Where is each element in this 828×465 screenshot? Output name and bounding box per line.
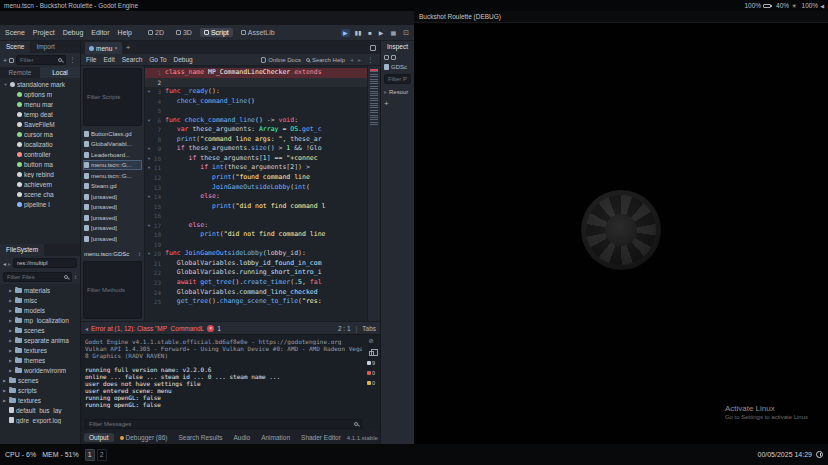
- menu-scene[interactable]: Scene: [5, 29, 25, 36]
- menu-editor[interactable]: Editor: [91, 29, 109, 36]
- code-line[interactable]: 23 await get_tree().create_timer(.5, fal: [145, 278, 380, 288]
- code-line[interactable]: ▼10 if these_arguments[1] == "+connec: [145, 154, 380, 164]
- code-line[interactable]: 7 var these_arguments: Array = OS.get_c: [145, 125, 380, 135]
- bottom-tab-debugger-86-[interactable]: Debugger (86): [115, 433, 173, 442]
- code-line[interactable]: 13 JoinGameOutsideLobby(int(: [145, 183, 380, 193]
- scene-filter[interactable]: [16, 55, 66, 65]
- distraction-free-icon[interactable]: ⊡: [403, 29, 409, 37]
- code-line[interactable]: ▼14 else:: [145, 192, 380, 202]
- close-icon[interactable]: ×: [114, 45, 118, 51]
- menu-debug[interactable]: Debug: [63, 29, 84, 36]
- load-resource-icon[interactable]: [391, 55, 396, 60]
- code-line[interactable]: ▼3func _ready():: [145, 87, 380, 97]
- code-line[interactable]: 24 GlobalVariables.command_line_checked: [145, 288, 380, 298]
- bottom-tab-audio[interactable]: Audio: [229, 433, 256, 442]
- scene-node[interactable]: achievem: [0, 179, 80, 189]
- script-list-item[interactable]: [unsaved]: [83, 202, 142, 213]
- script-filter[interactable]: [83, 68, 142, 126]
- fs-folder-row[interactable]: ▶materials: [0, 285, 80, 295]
- script-list-item[interactable]: Leaderboard...: [83, 149, 142, 160]
- scene-node[interactable]: temp deat: [0, 109, 80, 119]
- script-menu-debug[interactable]: Debug: [174, 56, 193, 63]
- fold-arrow-icon[interactable]: ▼: [145, 116, 153, 126]
- history-forward-icon[interactable]: ▸: [358, 56, 361, 63]
- fs-folder-row[interactable]: ▶separate anima: [0, 335, 80, 345]
- dock-tab-filesystem[interactable]: FileSystem: [0, 244, 44, 256]
- script-list-item[interactable]: menu.tscn::G...: [83, 170, 142, 181]
- code-line[interactable]: 21 GlobalVariables.lobby_id_found_in_com: [145, 259, 380, 269]
- fs-folder-row[interactable]: ▶misc: [0, 295, 80, 305]
- history-back-icon[interactable]: ◂: [350, 56, 353, 63]
- scene-filter-input[interactable]: [20, 57, 56, 63]
- bottom-tab-animation[interactable]: Animation: [256, 433, 295, 442]
- dock-tab-inspector[interactable]: Inspect: [381, 41, 414, 53]
- kebab-menu-icon[interactable]: ⋮: [68, 56, 77, 64]
- property-filter-input[interactable]: [388, 76, 407, 82]
- message-count-toggle[interactable]: 9: [367, 360, 375, 366]
- code-line[interactable]: 22 GlobalVariables.running_short_intro_i: [145, 268, 380, 278]
- mode-tab-local[interactable]: Local: [40, 67, 80, 78]
- message-filter-input[interactable]: [89, 421, 352, 427]
- script-menu-file[interactable]: File: [86, 56, 96, 63]
- scene-node[interactable]: SaveFileM: [0, 119, 80, 129]
- pause-button[interactable]: ▮▮: [353, 29, 364, 37]
- fold-arrow-icon[interactable]: ▼: [145, 221, 153, 231]
- code-line[interactable]: 2: [145, 78, 380, 88]
- back-arrow-icon[interactable]: ◂: [3, 260, 6, 267]
- add-node-icon[interactable]: +: [3, 57, 7, 64]
- mode-tab-remote[interactable]: Remote: [0, 67, 40, 78]
- script-list-item[interactable]: [unsaved]: [83, 233, 142, 244]
- fold-arrow-icon[interactable]: ▼: [145, 163, 153, 173]
- fs-file-row[interactable]: default_bus_lay: [0, 405, 80, 415]
- fold-arrow-icon[interactable]: ▼: [145, 87, 153, 97]
- code-line[interactable]: 12 print("found command line: [145, 173, 380, 183]
- current-script-row[interactable]: menu.tscn:GDSc ↕: [83, 249, 142, 259]
- script-menu-search[interactable]: Search: [122, 56, 143, 63]
- workspace-tab-script[interactable]: Script: [200, 28, 233, 37]
- code-line[interactable]: 19: [145, 240, 380, 250]
- scene-node[interactable]: localizatio: [0, 139, 80, 149]
- script-list-item[interactable]: ButtonClass.gd: [83, 128, 142, 139]
- path-breadcrumb[interactable]: res://multipl: [13, 258, 77, 268]
- code-line[interactable]: 16: [145, 211, 380, 221]
- code-line[interactable]: ▼17 else:: [145, 221, 380, 231]
- fs-folder-row[interactable]: ▶themes: [0, 355, 80, 365]
- expand-window-icon[interactable]: [370, 45, 376, 51]
- message-count-toggle[interactable]: 0: [367, 370, 375, 376]
- fold-arrow-icon[interactable]: ▼: [145, 249, 153, 259]
- file-filter[interactable]: [3, 272, 72, 282]
- script-list-item[interactable]: menu.tscn::G...: [83, 160, 142, 171]
- script-filter-input[interactable]: [87, 94, 138, 100]
- method-filter[interactable]: [83, 261, 142, 319]
- fs-file-row[interactable]: gdre_export.log: [0, 415, 80, 425]
- attach-script-icon[interactable]: [9, 58, 14, 63]
- code-line[interactable]: ▼11 if int(these_arguments[2]) >: [145, 163, 380, 173]
- message-count-toggle[interactable]: 0: [367, 380, 375, 386]
- movie-maker-button[interactable]: ▦: [388, 29, 398, 37]
- scene-node[interactable]: cursor ma: [0, 129, 80, 139]
- scene-node[interactable]: button ma: [0, 159, 80, 169]
- scene-tab-menu[interactable]: menu ×: [85, 42, 122, 54]
- fs-folder-row[interactable]: ▶scenes: [0, 325, 80, 335]
- bottom-tab-output[interactable]: Output: [84, 433, 114, 442]
- menu-help[interactable]: Help: [118, 29, 132, 36]
- workspace-tab-assetlib[interactable]: AssetLib: [237, 28, 279, 37]
- inspector-section[interactable]: ▸ Resour: [381, 86, 414, 97]
- bottom-tab-search-results[interactable]: Search Results: [173, 433, 227, 442]
- scene-node[interactable]: controller: [0, 149, 80, 159]
- copy-icon[interactable]: [369, 351, 374, 356]
- script-list-item[interactable]: [unsaved]: [83, 191, 142, 202]
- scene-node[interactable]: pipeline l: [0, 199, 80, 209]
- workspace-2[interactable]: 2: [97, 449, 107, 461]
- workspace-1[interactable]: 1: [85, 449, 95, 461]
- code-minimap[interactable]: [367, 66, 380, 321]
- scene-node[interactable]: options m: [0, 89, 80, 99]
- dock-tab-import[interactable]: Import: [30, 41, 60, 53]
- indent-type[interactable]: Tabs: [362, 325, 376, 332]
- edited-object-row[interactable]: GDSc: [381, 62, 414, 72]
- scene-node[interactable]: ▼standalone mark: [0, 79, 80, 89]
- fs-folder-row[interactable]: ▶scripts: [0, 385, 80, 395]
- chevron-left-icon[interactable]: ◂: [85, 325, 88, 332]
- script-list-item[interactable]: [unsaved]: [83, 223, 142, 234]
- code-line[interactable]: 1class_name MP_CommandLineChecker extend…: [145, 68, 380, 78]
